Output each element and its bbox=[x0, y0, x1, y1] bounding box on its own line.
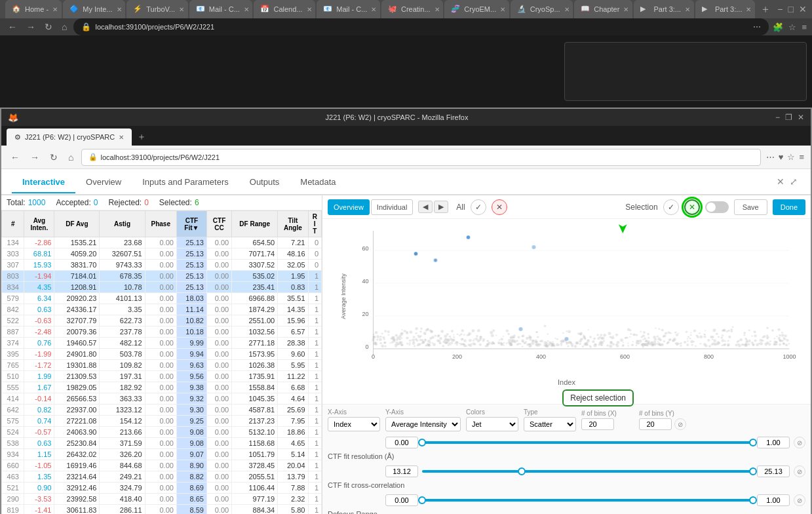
chapter-tab-close[interactable]: ✕ bbox=[623, 6, 628, 13]
browser-minimize[interactable]: − bbox=[777, 4, 783, 14]
part2-tab-close[interactable]: ✕ bbox=[746, 6, 751, 13]
table-row[interactable]: 395 -1.99 24901.80 503.78 0.00 9.94 0.00… bbox=[2, 349, 322, 360]
browser-maximize[interactable]: □ bbox=[788, 4, 794, 14]
ctf-cc-left-thumb[interactable] bbox=[418, 496, 426, 504]
table-row[interactable]: 660 -1.05 16919.46 844.68 0.00 8.90 0.00… bbox=[2, 460, 322, 471]
ff-new-tab-button[interactable]: ＋ bbox=[132, 128, 151, 146]
reject-all-btn[interactable]: ✕ bbox=[492, 199, 507, 215]
ctf-res-min-input[interactable] bbox=[385, 465, 418, 477]
browser-tab-turbo[interactable]: ⚡ TurboV... ✕ bbox=[126, 0, 188, 18]
table-row[interactable]: 555 1.67 19829.05 182.92 0.00 9.38 0.00 … bbox=[2, 382, 322, 393]
ff-minimize[interactable]: − bbox=[775, 113, 780, 122]
x-axis-min-input[interactable] bbox=[385, 437, 418, 448]
forward-button[interactable]: → bbox=[24, 20, 38, 33]
ff-home[interactable]: ⌂ bbox=[66, 151, 76, 164]
back-button[interactable]: ← bbox=[5, 20, 20, 33]
individual-btn[interactable]: Individual bbox=[371, 199, 413, 215]
ctf-cc-min-input[interactable] bbox=[385, 494, 418, 506]
x-axis-slider-right-thumb[interactable] bbox=[749, 439, 757, 446]
table-row[interactable]: 834 4.35 1208.91 10.78 0.00 25.13 0.00 2… bbox=[2, 282, 322, 293]
table-row[interactable]: 134 -2.86 1535.21 23.68 0.00 25.13 0.00 … bbox=[2, 237, 322, 248]
creating-tab-close[interactable]: ✕ bbox=[435, 6, 440, 13]
table-row[interactable]: 307 15.93 3831.70 9743.33 0.00 25.13 0.0… bbox=[2, 260, 322, 271]
browser-tab-part1[interactable]: ▶ Part 3:... ✕ bbox=[634, 0, 693, 18]
table-row[interactable]: 819 -1.41 30611.83 286.11 0.00 8.59 0.00… bbox=[2, 505, 322, 515]
ctf-res-max-input[interactable] bbox=[757, 465, 790, 477]
done-btn[interactable]: Done bbox=[773, 199, 805, 215]
browser-tab-cryoem[interactable]: 🧬 CryoEM... ✕ bbox=[444, 0, 509, 18]
col-header-astig[interactable]: Astig bbox=[100, 211, 145, 237]
part1-tab-close[interactable]: ✕ bbox=[685, 6, 690, 13]
tab-inputs-parameters[interactable]: Inputs and Parameters bbox=[132, 172, 239, 193]
refresh-button[interactable]: ↻ bbox=[42, 20, 55, 33]
bins-x-input[interactable] bbox=[581, 418, 614, 430]
menu-icon[interactable]: ≡ bbox=[802, 22, 807, 32]
table-row[interactable]: 803 -1.94 7184.01 678.35 0.00 25.13 0.00… bbox=[2, 271, 322, 282]
overview-btn[interactable]: Overview bbox=[328, 199, 370, 215]
bins-y-input[interactable] bbox=[639, 418, 672, 430]
x-axis-slider-track[interactable] bbox=[422, 441, 753, 444]
home-button[interactable]: ⌂ bbox=[59, 20, 69, 33]
tab-metadata[interactable]: Metadata bbox=[290, 172, 346, 193]
ctf-res-left-thumb[interactable] bbox=[518, 467, 526, 475]
ctf-res-slider-track[interactable] bbox=[422, 470, 753, 473]
table-row[interactable]: 538 0.63 25230.84 371.59 0.00 9.08 0.00 … bbox=[2, 438, 322, 449]
table-row[interactable]: 303 68.81 4059.20 32607.51 0.00 25.13 0.… bbox=[2, 248, 322, 260]
ff-bookmark-star[interactable]: ♥ bbox=[779, 152, 784, 162]
x-axis-select[interactable]: Index bbox=[328, 417, 380, 431]
home-tab-close[interactable]: ✕ bbox=[52, 6, 58, 13]
browser-tab-mail2[interactable]: 📧 Mail - C... ✕ bbox=[317, 0, 380, 18]
ff-forward[interactable]: → bbox=[28, 151, 42, 164]
x-axis-max-input[interactable] bbox=[757, 437, 790, 448]
accept-all-btn[interactable]: ✓ bbox=[471, 199, 486, 215]
col-header-ctf-fit[interactable]: CTFFit▼ bbox=[176, 211, 206, 237]
table-row[interactable]: 510 1.99 21309.53 197.31 0.00 9.56 0.00 … bbox=[2, 371, 322, 382]
ctf-res-right-thumb[interactable] bbox=[749, 467, 757, 475]
cryosp-tab-close[interactable]: ✕ bbox=[564, 6, 570, 13]
table-row[interactable]: 374 0.76 19460.57 482.12 0.00 9.99 0.00 … bbox=[2, 338, 322, 349]
tab-overview[interactable]: Overview bbox=[75, 172, 132, 193]
ff-extra-icon[interactable]: ⋯ bbox=[766, 152, 775, 162]
ff-tab-close[interactable]: ✕ bbox=[119, 134, 124, 141]
close-panel-icon[interactable]: ✕ bbox=[774, 174, 787, 189]
mail2-tab-close[interactable]: ✕ bbox=[371, 6, 376, 13]
browser-close[interactable]: ✕ bbox=[799, 4, 807, 14]
cryoem-tab-close[interactable]: ✕ bbox=[500, 6, 505, 13]
firefox-url-box[interactable]: 🔒 localhost:39100/projects/P6/W2/J221 bbox=[81, 149, 760, 166]
data-table-container[interactable]: # AvgInten. DF Avg Astig Phase CTFFit▼ C… bbox=[1, 210, 322, 514]
table-row[interactable]: 575 0.74 27221.08 154.12 0.00 9.25 0.00 … bbox=[2, 416, 322, 427]
browser-tab-myinte[interactable]: 🔷 My Inte... ✕ bbox=[63, 0, 125, 18]
turbo-tab-close[interactable]: ✕ bbox=[179, 6, 184, 13]
browser-tab-home[interactable]: 🏠 Home - ✕ bbox=[5, 0, 62, 18]
col-header-id[interactable]: # bbox=[2, 211, 24, 237]
ctf-cc-slider-track[interactable] bbox=[422, 499, 753, 502]
table-row[interactable]: 463 1.35 23214.64 249.21 0.00 8.82 0.00 … bbox=[2, 471, 322, 483]
col-header-r[interactable]: RIT bbox=[308, 211, 322, 237]
next-btn[interactable]: ▶ bbox=[434, 201, 448, 213]
expand-icon[interactable]: ⤢ bbox=[787, 174, 800, 189]
col-header-phase[interactable]: Phase bbox=[145, 211, 176, 237]
extensions-icon[interactable]: 🧩 bbox=[773, 22, 783, 32]
browser-tab-creating[interactable]: 🐙 Creatin... ✕ bbox=[381, 0, 443, 18]
table-row[interactable]: 579 6.34 20920.23 4101.13 0.00 18.03 0.0… bbox=[2, 293, 322, 304]
accept-selection-btn[interactable]: ✓ bbox=[663, 199, 679, 215]
col-header-tilt-angle[interactable]: TiltAngle bbox=[278, 211, 308, 237]
col-header-ctf-cc[interactable]: CTFCC bbox=[206, 211, 231, 237]
browser-tab-cryosp[interactable]: 🔬 CryoSp... ✕ bbox=[511, 0, 573, 18]
ctf-res-reset-btn[interactable]: ⊘ bbox=[794, 465, 805, 477]
ff-refresh[interactable]: ↻ bbox=[47, 151, 60, 164]
table-row[interactable]: 522 -0.63 32707.79 622.73 0.00 10.82 0.0… bbox=[2, 315, 322, 326]
x-axis-slider-left-thumb[interactable] bbox=[418, 439, 426, 446]
table-row[interactable]: 934 1.15 26432.02 326.20 0.00 9.07 0.00 … bbox=[2, 449, 322, 460]
new-tab-button[interactable]: ＋ bbox=[756, 3, 775, 16]
ff-settings-icon[interactable]: ☆ bbox=[787, 152, 795, 162]
toggle-switch[interactable] bbox=[705, 201, 729, 213]
table-row[interactable]: 414 -0.14 26566.53 363.33 0.00 9.32 0.00… bbox=[2, 393, 322, 405]
address-bar[interactable]: 🔒 localhost:39100/projects/P6/W2/J221 ⋯ bbox=[73, 18, 769, 35]
mail1-tab-close[interactable]: ✕ bbox=[244, 6, 249, 13]
browser-tab-part2[interactable]: ▶ Part 3:... ✕ bbox=[695, 0, 755, 18]
cal-tab-close[interactable]: ✕ bbox=[307, 6, 312, 13]
save-btn[interactable]: Save bbox=[734, 199, 767, 215]
type-select[interactable]: Scatter bbox=[524, 417, 576, 431]
browser-tab-mail1[interactable]: 📧 Mail - C... ✕ bbox=[189, 0, 253, 18]
